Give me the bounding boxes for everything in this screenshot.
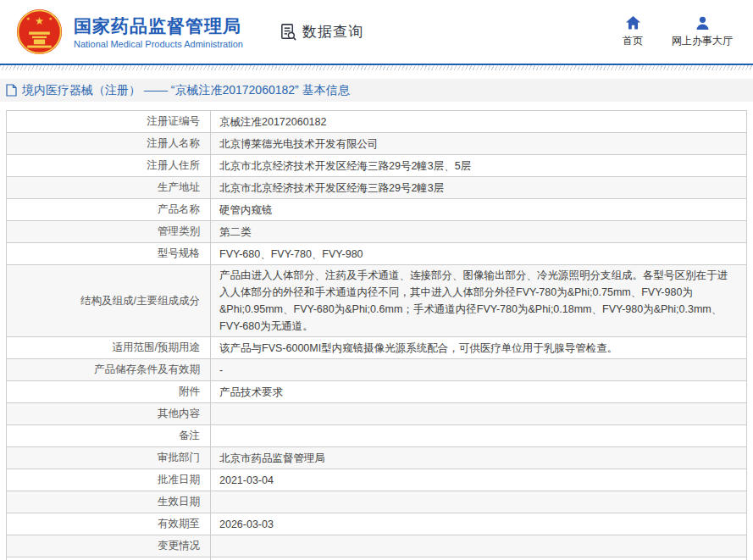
row-value [211,403,746,424]
row-value: 北京市北京经济技术开发区经海三路29号2幢3层、5层 [211,155,746,176]
page-title-bar: 境内医疗器械（注册） —— “京械注准20172060182” 基本信息 [0,79,753,102]
row-label: 生产地址 [7,177,211,198]
page-title: 境内医疗器械（注册） —— “京械注准20172060182” 基本信息 [22,83,350,98]
nmpa-logo: ★ ★ ★ 国家药品监督管理局 National Medical Product… [15,8,243,56]
table-row-production-address: 生产地址 北京市北京经济技术开发区经海三路29号2幢3层 [7,177,746,199]
table-row-remarks: 备注 [7,425,746,447]
document-icon [6,84,17,97]
hatch-divider [0,65,753,70]
data-query-label: 数据查询 [302,22,363,42]
table-row-effective-date: 生效日期 [7,491,746,513]
row-label: 审批部门 [7,447,211,469]
row-label: 注册人住所 [7,155,211,176]
table-row-attachment: 附件 产品技术要求 [7,381,746,403]
row-value: FVY-680、FVY-780、FVY-980 [211,243,746,264]
site-title: 国家药品监督管理局 [74,15,243,37]
row-value: 硬管内窥镜 [211,199,746,220]
site-subtitle: National Medical Products Administration [74,39,243,49]
row-label: 有效期至 [7,513,211,535]
row-value: 该产品与FVS-6000MI型内窥镜摄像光源系统配合，可供医疗单位用于乳腺导管检… [211,337,746,358]
row-label: 适用范围/预期用途 [7,337,211,358]
table-row-registration-number: 注册证编号 京械注准20172060182 [7,111,746,133]
row-label: 附件 [7,381,211,402]
svg-text:★: ★ [26,16,30,21]
row-value: - [211,359,746,380]
table-row-change-status: 变更情况 [7,535,746,557]
table-row-product-name: 产品名称 硬管内窥镜 [7,199,746,221]
row-value: 北京市北京经济技术开发区经海三路29号2幢3层 [211,177,746,198]
table-row-valid-until: 有效期至 2026-03-03 [7,513,746,535]
table-row-registrant-name: 注册人名称 北京博莱德光电技术开发有限公司 [7,133,746,155]
row-label: 注册人名称 [7,133,211,154]
site-header: ★ ★ ★ 国家药品监督管理局 National Medical Product… [0,0,753,65]
row-value: 京械注准20172060182 [211,111,746,132]
data-query-link[interactable]: 数据查询 [279,22,363,42]
table-row-approval-department: 审批部门 北京市药品监督管理局 [7,447,746,469]
row-value: 第二类 [211,221,746,242]
row-value [211,425,746,446]
svg-text:★: ★ [35,15,44,27]
table-row-other-content: 其他内容 [7,403,746,425]
row-label: 型号规格 [7,243,211,264]
row-label: 批准日期 [7,469,211,491]
row-label: 产品储存条件及有效期 [7,359,211,380]
national-emblem-icon: ★ ★ ★ [15,8,64,56]
header-nav: 首页 网上办事大厅 [623,15,733,48]
row-label: 管理类别 [7,221,211,242]
row-value: 北京市药品监督管理局 [211,447,746,469]
table-row-structure-composition: 结构及组成/主要组成成分 产品由进入人体部分、注药及手术通道、连接部分、图像输出… [7,265,746,337]
row-label: 备注 [7,425,211,446]
row-value [211,535,746,557]
home-icon [626,15,640,30]
row-label: 产品名称 [7,199,211,220]
row-label: 其他内容 [7,403,211,424]
table-row-storage-validity: 产品储存条件及有效期 - [7,359,746,381]
nav-service-hall-label: 网上办事大厅 [672,34,733,48]
row-value: 2026-03-03 [211,513,746,535]
registration-info-table: 注册证编号 京械注准20172060182 注册人名称 北京博莱德光电技术开发有… [6,110,747,560]
nav-home-label: 首页 [623,34,643,48]
row-label: 注册证编号 [7,111,211,132]
nav-home[interactable]: 首页 [623,15,643,48]
row-label: 生效日期 [7,491,211,513]
person-icon [695,15,710,30]
row-value: 产品由进入人体部分、注药及手术通道、连接部分、图像输出部分、冷光源照明分支组成。… [211,265,746,336]
nav-service-hall[interactable]: 网上办事大厅 [672,15,733,48]
table-row-approval-date: 批准日期 2021-03-04 [7,469,746,491]
row-label: 结构及组成/主要组成成分 [7,265,211,336]
table-row-registrant-address: 注册人住所 北京市北京经济技术开发区经海三路29号2幢3层、5层 [7,155,746,177]
table-row-model-spec: 型号规格 FVY-680、FVY-780、FVY-980 [7,243,746,265]
row-value [211,491,746,513]
svg-text:★: ★ [48,16,53,21]
data-query-icon [279,22,298,42]
table-row-management-category: 管理类别 第二类 [7,221,746,243]
row-label: 变更情况 [7,535,211,557]
row-value: 产品技术要求 [211,381,746,402]
row-value: 北京博莱德光电技术开发有限公司 [211,133,746,154]
row-value: 2021-03-04 [211,469,746,491]
table-row-intended-use: 适用范围/预期用途 该产品与FVS-6000MI型内窥镜摄像光源系统配合，可供医… [7,337,746,359]
